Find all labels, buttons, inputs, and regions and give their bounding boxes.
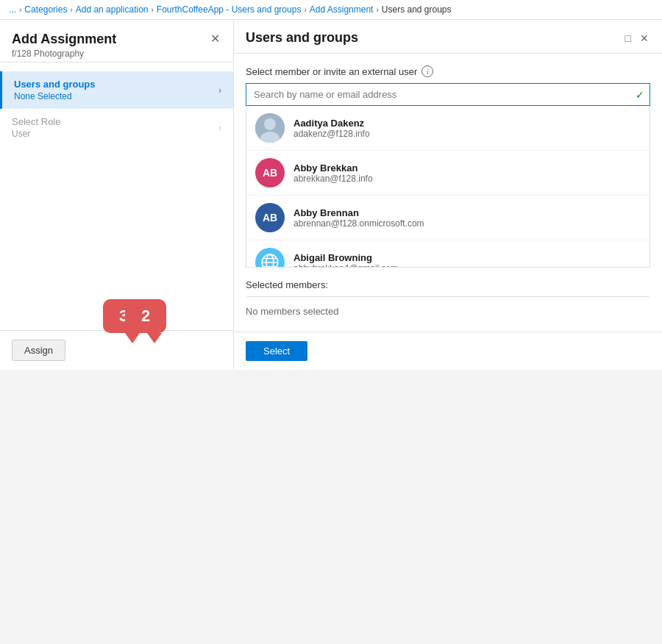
no-members-text: No members selected — [246, 303, 650, 320]
user-email-abby-brekkan: abrekkan@f128.info — [293, 173, 641, 184]
avatar-abby-brennan: AB — [255, 203, 285, 232]
search-box: ✓ — [246, 83, 650, 106]
nav-users-sub: None Selected — [14, 91, 218, 101]
left-panel-header: Add Assignment f/128 Photography ✕ — [0, 20, 233, 62]
info-icon[interactable]: i — [421, 65, 433, 77]
breadcrumb-app-users[interactable]: FourthCoffeeApp - Users and groups — [157, 4, 302, 15]
left-panel-footer: Assign — [0, 330, 233, 370]
left-header-text: Add Assignment f/128 Photography — [12, 32, 116, 59]
user-item-abby-brekkan[interactable]: AB Abby Brekkan abrekkan@f128.info — [246, 151, 649, 196]
right-header-actions: □ ✕ — [624, 31, 650, 46]
breadcrumb-add-application[interactable]: Add an application — [76, 4, 149, 15]
right-panel-title: Users and groups — [246, 30, 358, 46]
breadcrumb-categories[interactable]: Categories — [24, 4, 67, 15]
avatar-aaditya — [255, 113, 285, 143]
select-member-label: Select member or invite an external user… — [246, 65, 650, 77]
svg-point-4 — [266, 254, 274, 268]
nav-role-chevron-icon: › — [218, 123, 221, 133]
globe-icon — [260, 253, 280, 268]
user-email-abigail: abbybrekkan4@gmail.com — [293, 263, 641, 268]
user-email-aaditya: adakenz@f128.info — [293, 129, 641, 139]
user-info-abby-brennan: Abby Brennan abrennan@f128.onmicrosoft.c… — [293, 207, 641, 229]
left-nav: Users and groups None Selected › Select … — [0, 62, 233, 330]
user-item-abby-brennan[interactable]: AB Abby Brennan abrennan@f128.onmicrosof… — [246, 196, 649, 240]
user-item-abigail[interactable]: Abigail Browning abbybrekkan4@gmail.com — [246, 240, 649, 268]
breadcrumb-sep4: › — [304, 6, 306, 14]
user-list: Aaditya Dakenz adakenz@f128.info AB Abby… — [246, 106, 650, 268]
add-assignment-title: Add Assignment — [12, 32, 116, 47]
search-check-icon: ✓ — [636, 89, 644, 101]
nav-role-sub: User — [12, 129, 218, 139]
breadcrumb-add-assignment[interactable]: Add Assignment — [310, 4, 374, 15]
assign-button[interactable]: Assign — [12, 340, 65, 361]
close-left-panel-button[interactable]: ✕ — [209, 32, 221, 46]
user-email-abby-brennan: abrennan@f128.onmicrosoft.com — [293, 218, 641, 229]
svg-point-3 — [262, 254, 278, 268]
nav-item-select-role[interactable]: Select Role User › — [0, 109, 233, 146]
svg-point-1 — [264, 118, 276, 130]
right-panel-content: Select member or invite an external user… — [234, 54, 662, 332]
panels-wrapper: Add Assignment f/128 Photography ✕ Users… — [0, 20, 662, 370]
search-input[interactable] — [246, 83, 650, 106]
nav-role-label: Select Role — [12, 116, 218, 127]
left-panel: Add Assignment f/128 Photography ✕ Users… — [0, 20, 234, 370]
breadcrumb-current: Users and groups — [382, 4, 452, 15]
app-subtitle: f/128 Photography — [12, 49, 116, 59]
breadcrumb-sep2: › — [70, 6, 72, 14]
maximize-button[interactable]: □ — [624, 31, 633, 46]
selected-members-section: Selected members: No members selected — [246, 279, 650, 320]
right-panel-footer: Select — [234, 332, 662, 370]
breadcrumb: ... › Categories › Add an application › … — [0, 0, 662, 20]
nav-item-role-content: Select Role User — [12, 116, 218, 139]
user-name-aaditya: Aaditya Dakenz — [293, 118, 641, 129]
close-right-panel-button[interactable]: ✕ — [638, 31, 650, 46]
avatar-abigail — [255, 248, 285, 268]
avatar-abby-brekkan: AB — [255, 158, 285, 187]
select-button[interactable]: Select — [246, 341, 307, 361]
user-item-aaditya[interactable]: Aaditya Dakenz adakenz@f128.info — [246, 106, 649, 151]
right-panel: Users and groups □ ✕ Select member or in… — [234, 20, 662, 370]
selected-divider — [246, 296, 650, 297]
breadcrumb-sep3: › — [151, 6, 153, 14]
user-info-aaditya: Aaditya Dakenz adakenz@f128.info — [293, 118, 641, 139]
right-panel-header: Users and groups □ ✕ — [234, 20, 662, 54]
breadcrumb-dots[interactable]: ... — [9, 4, 16, 15]
selected-members-label: Selected members: — [246, 279, 650, 290]
user-name-abby-brennan: Abby Brennan — [293, 207, 641, 218]
nav-users-label: Users and groups — [14, 79, 218, 90]
breadcrumb-sep: › — [19, 6, 21, 14]
nav-users-chevron-icon: › — [218, 85, 221, 96]
user-info-abigail: Abigail Browning abbybrekkan4@gmail.com — [293, 252, 641, 268]
user-name-abigail: Abigail Browning — [293, 252, 641, 263]
user-info-abby-brekkan: Abby Brekkan abrekkan@f128.info — [293, 162, 641, 184]
nav-item-users-groups[interactable]: Users and groups None Selected › — [0, 71, 233, 109]
breadcrumb-sep5: › — [376, 6, 378, 14]
user-name-abby-brekkan: Abby Brekkan — [293, 162, 641, 173]
nav-item-users-content: Users and groups None Selected — [14, 79, 218, 101]
